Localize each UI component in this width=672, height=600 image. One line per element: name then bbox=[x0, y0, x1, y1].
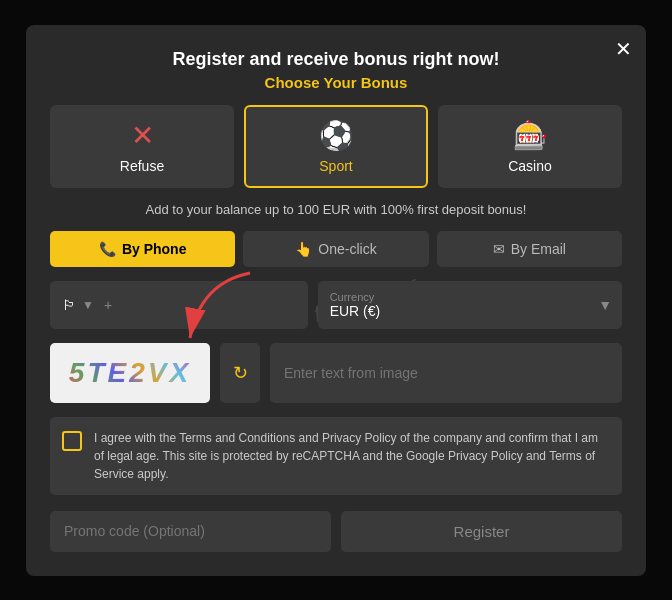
sport-icon: ⚽ bbox=[319, 119, 354, 152]
phone-tab-icon: 📞 bbox=[99, 241, 116, 257]
email-tab-icon: ✉ bbox=[493, 241, 505, 257]
phone-field[interactable]: 🏳 ▼ + bbox=[50, 281, 308, 329]
captcha-text: 5TE2VX bbox=[69, 357, 191, 389]
captcha-input[interactable] bbox=[270, 343, 622, 403]
currency-label: Currency bbox=[330, 291, 610, 303]
refuse-icon: ✕ bbox=[131, 119, 154, 152]
bonus-options: ✕ Refuse ⚽ Sport 🎰 Casino bbox=[50, 105, 622, 188]
overlay: footballi.info ✕ Register and receive bo… bbox=[0, 0, 672, 600]
terms-checkbox[interactable] bbox=[62, 431, 82, 451]
modal: footballi.info ✕ Register and receive bo… bbox=[26, 25, 646, 576]
tab-by-email[interactable]: ✉ By Email bbox=[437, 231, 622, 267]
captcha-refresh-button[interactable]: ↻ bbox=[220, 343, 260, 403]
terms-row: I agree with the Terms and Conditions an… bbox=[50, 417, 622, 495]
casino-label: Casino bbox=[508, 158, 552, 174]
phone-currency-row: 🏳 ▼ + Currency EUR (€) ▼ bbox=[50, 281, 622, 329]
phone-tab-label: By Phone bbox=[122, 241, 187, 257]
terms-text: I agree with the Terms and Conditions an… bbox=[94, 429, 610, 483]
currency-value: EUR (€) bbox=[330, 303, 610, 319]
captcha-image: 5TE2VX bbox=[50, 343, 210, 403]
one-click-tab-icon: 👆 bbox=[295, 241, 312, 257]
promo-code-input[interactable] bbox=[50, 511, 331, 552]
tabs: 📞 By Phone 👆 One-click ✉ By Email bbox=[50, 231, 622, 267]
flag-chevron: ▼ bbox=[82, 298, 94, 312]
captcha-row: 5TE2VX ↻ bbox=[50, 343, 622, 403]
modal-title: Register and receive bonus right now! bbox=[50, 49, 622, 70]
refresh-icon: ↻ bbox=[233, 362, 248, 384]
refuse-label: Refuse bbox=[120, 158, 164, 174]
register-button[interactable]: Register bbox=[341, 511, 622, 552]
phone-plus: + bbox=[104, 297, 112, 313]
choose-bonus-label: Choose Your Bonus bbox=[50, 74, 622, 91]
currency-chevron-icon: ▼ bbox=[598, 297, 612, 313]
bottom-row: Register bbox=[50, 511, 622, 552]
casino-icon: 🎰 bbox=[513, 119, 548, 152]
tab-one-click[interactable]: 👆 One-click bbox=[243, 231, 428, 267]
sport-label: Sport bbox=[319, 158, 352, 174]
close-button[interactable]: ✕ bbox=[615, 37, 632, 61]
bonus-casino[interactable]: 🎰 Casino bbox=[438, 105, 622, 188]
email-tab-label: By Email bbox=[511, 241, 566, 257]
one-click-tab-label: One-click bbox=[318, 241, 376, 257]
tab-by-phone[interactable]: 📞 By Phone bbox=[50, 231, 235, 267]
currency-field[interactable]: Currency EUR (€) ▼ bbox=[318, 281, 622, 329]
bonus-refuse[interactable]: ✕ Refuse bbox=[50, 105, 234, 188]
bonus-sport[interactable]: ⚽ Sport bbox=[244, 105, 428, 188]
promo-text: Add to your balance up to 100 EUR with 1… bbox=[50, 202, 622, 217]
flag-icon: 🏳 bbox=[62, 297, 76, 313]
